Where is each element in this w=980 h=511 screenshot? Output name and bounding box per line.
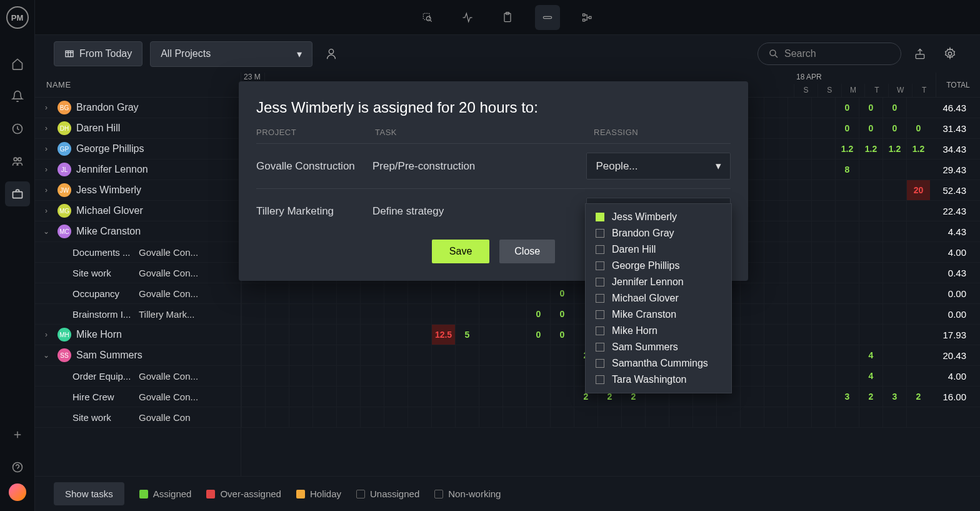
grid-cell[interactable] [882,366,906,386]
home-icon[interactable] [5,51,30,76]
grid-cell[interactable] [408,366,431,386]
person-row[interactable]: › GP George Phillips [35,139,241,159]
grid-cell[interactable] [526,366,550,386]
grid-cell[interactable] [788,180,811,200]
grid-cell[interactable] [408,387,431,407]
grid-cell[interactable] [835,180,859,200]
task-row[interactable]: Order Equip... Govalle Con... [35,366,241,387]
grid-cell[interactable] [811,139,835,159]
grid-cell[interactable] [788,325,811,345]
checkbox-icon[interactable] [596,278,604,286]
grid-cell[interactable] [431,387,455,407]
grid-cell[interactable] [312,304,336,324]
dropdown-item[interactable]: Daren Hill [586,241,731,258]
grid-cell[interactable] [265,387,289,407]
grid-cell[interactable] [312,387,336,407]
grid-cell[interactable] [882,221,906,241]
grid-cell[interactable] [479,283,502,303]
person-row[interactable]: › MG Michael Glover [35,201,241,221]
expand-arrow-icon[interactable]: › [40,103,52,112]
grid-cell[interactable] [265,407,289,427]
grid-cell[interactable]: 1.2 [835,139,859,159]
grid-cell[interactable] [502,387,526,407]
grid-cell[interactable] [360,325,384,345]
grid-cell[interactable] [645,407,669,427]
help-icon[interactable] [5,455,30,480]
checkbox-icon[interactable] [596,359,604,368]
grid-cell[interactable] [312,407,336,427]
grid-cell[interactable] [502,366,526,386]
grid-cell[interactable] [360,345,384,365]
grid-cell[interactable] [906,98,930,118]
plus-icon[interactable] [5,422,30,447]
grid-cell[interactable] [360,407,384,427]
grid-cell[interactable] [882,407,906,427]
grid-cell[interactable] [241,366,265,386]
grid-cell[interactable] [788,407,811,427]
grid-cell[interactable] [716,407,740,427]
grid-cell[interactable] [360,366,384,386]
grid-cell[interactable] [265,325,289,345]
grid-cell[interactable] [811,98,835,118]
dropdown-item[interactable]: Brandon Gray [586,225,731,241]
grid-cell[interactable] [336,283,360,303]
grid-cell[interactable] [598,407,621,427]
grid-cell[interactable]: 1.2 [906,139,930,159]
grid-cell[interactable] [455,283,479,303]
grid-cell[interactable] [384,407,408,427]
grid-cell[interactable] [835,366,859,386]
grid-cell[interactable] [882,263,906,283]
grid-cell[interactable]: 0 [859,118,882,138]
grid-cell[interactable] [669,407,692,427]
grid-cell[interactable] [882,345,906,365]
task-row[interactable]: Hire Crew Govalle Con... [35,387,241,407]
checkbox-icon[interactable] [596,375,604,384]
grid-cell[interactable] [384,325,408,345]
grid-cell[interactable] [502,345,526,365]
grid-cell[interactable] [788,139,811,159]
grid-cell[interactable] [479,325,502,345]
grid-cell[interactable] [764,304,788,324]
grid-cell[interactable] [336,387,360,407]
grid-cell[interactable] [835,221,859,241]
grid-cell[interactable] [788,345,811,365]
dropdown-item[interactable]: Samantha Cummings [586,355,731,372]
grid-cell[interactable] [289,345,312,365]
grid-cell[interactable] [811,180,835,200]
people-icon[interactable] [5,149,30,174]
grid-cell[interactable] [859,304,882,324]
search-zoom-icon[interactable] [415,5,440,30]
grid-cell[interactable] [740,345,764,365]
grid-cell[interactable] [788,283,811,303]
grid-cell[interactable] [360,304,384,324]
grid-cell[interactable] [811,283,835,303]
grid-cell[interactable] [265,304,289,324]
grid-cell[interactable] [241,283,265,303]
grid-cell[interactable] [788,201,811,221]
grid-cell[interactable] [788,242,811,262]
grid-cell[interactable] [289,366,312,386]
from-today-button[interactable]: From Today [54,41,142,66]
dropdown-item[interactable]: Tara Washington [586,372,731,388]
expand-arrow-icon[interactable]: › [40,206,52,215]
grid-cell[interactable] [241,407,265,427]
grid-cell[interactable] [882,283,906,303]
dropdown-item[interactable]: Mike Cranston [586,306,731,323]
grid-cell[interactable] [811,263,835,283]
grid-cell[interactable] [882,304,906,324]
grid-cell[interactable]: 12.5 [431,325,455,345]
task-row[interactable]: Brainstorm I... Tillery Mark... [35,304,241,325]
grid-cell[interactable]: 0 [550,304,574,324]
grid-cell[interactable]: 3 [835,387,859,407]
grid-cell[interactable] [621,407,645,427]
reassign-select[interactable]: People... ▾ [586,153,731,180]
grid-cell[interactable]: 0 [526,304,550,324]
grid-cell[interactable] [811,345,835,365]
show-tasks-button[interactable]: Show tasks [54,482,124,505]
grid-cell[interactable] [788,366,811,386]
grid-cell[interactable] [289,283,312,303]
grid-cell[interactable] [384,304,408,324]
grid-cell[interactable] [265,366,289,386]
grid-cell[interactable] [764,98,788,118]
checkbox-icon[interactable] [596,229,604,238]
